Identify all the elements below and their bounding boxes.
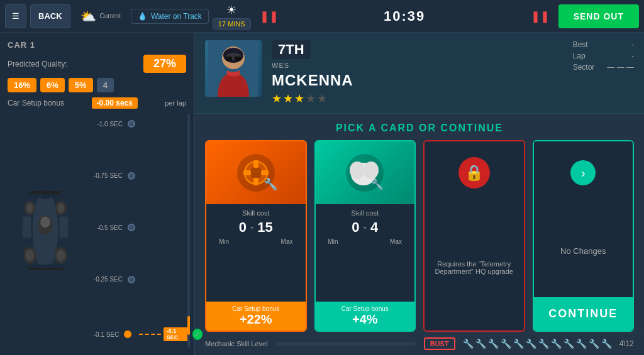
sector-row: Sector — — — [573, 63, 634, 72]
chart-label-1: -1.0 SEC [88, 121, 123, 128]
svg-rect-17 [60, 217, 69, 238]
card-2-min-max: Min Max [322, 238, 409, 245]
card-4-continue[interactable]: › No Changes CONTINUE [533, 140, 635, 332]
chart-dot-5-active [124, 330, 131, 338]
send-out-button[interactable]: SEND OUT [558, 4, 639, 28]
chart-label-3: -0.5 SEC [88, 224, 123, 231]
star-5: ★ [317, 92, 327, 106]
continue-button[interactable]: CONTINUE [534, 297, 633, 330]
pause-left-icon[interactable]: ❚❚ [255, 7, 284, 26]
card-1-dash: - [250, 222, 253, 233]
driver-header: 7TH WES MCKENNA ★ ★ ★ ★ ★ Best - Lap [195, 33, 644, 114]
chart-dot-2 [128, 172, 135, 180]
card-2-teal[interactable]: 🔧 Skill cost 0 - 4 Min Max C [314, 140, 416, 332]
card-2-bonus-pct: +4% [321, 312, 410, 327]
chart-label-2: -0.75 SEC [88, 172, 123, 179]
lap-row: Lap - [573, 52, 634, 60]
chart-line-3: -0.5 SEC [88, 224, 203, 231]
star-2: ★ [283, 92, 293, 106]
weather-icon: ⛅ [80, 9, 96, 24]
chart-scrollbar-thumb [187, 316, 190, 335]
quality-badge: 27% [143, 55, 186, 73]
wrench-8: 🔧 [551, 339, 562, 349]
engine-icon: 🔧 [231, 148, 281, 198]
wrench-1: 🔧 [463, 339, 474, 349]
pause-right-icon[interactable]: ❚❚ [526, 7, 555, 26]
cards-row: 🔧 Skill cost 0 - 15 Min Max [195, 140, 644, 332]
menu-button[interactable]: ☰ [5, 4, 26, 28]
wrench-11: 🔧 [589, 339, 599, 349]
mins-badge: 17 MINS [213, 18, 251, 30]
card-2-bonus-desc: Car Setup bonus [321, 305, 410, 312]
svg-point-35 [350, 161, 365, 179]
sector-val: — — — [607, 63, 634, 72]
chart-line-1: -1.0 SEC [88, 120, 203, 128]
back-button[interactable]: BACK [30, 4, 70, 28]
card-1-bonus: Car Setup bonus +22% [206, 302, 306, 330]
svg-rect-7 [28, 268, 63, 270]
card-1-orange[interactable]: 🔧 Skill cost 0 - 15 Min Max [205, 140, 307, 332]
card-1-skill-max: 15 [257, 219, 272, 236]
card-1-body: Skill cost 0 - 15 Min Max [206, 204, 306, 302]
chart-line-5: -0.1 SEC -0.1 SEC ✓ [88, 327, 203, 341]
svg-point-3 [40, 217, 50, 228]
card-2-skill-range: 0 - 4 [322, 219, 409, 236]
best-label: Best [573, 40, 588, 49]
card-1-max-label: Max [281, 238, 293, 245]
card-2-skill-min: 0 [352, 219, 359, 236]
chart-label-4: -0.25 SEC [88, 276, 123, 283]
water-info: 💧 Water on Track [131, 9, 209, 24]
card-1-min-max: Min Max [213, 238, 299, 245]
chart-dot-1 [128, 120, 135, 128]
card-1-skill-min: 0 [239, 219, 247, 236]
svg-point-36 [364, 161, 379, 179]
stat-badge-2: 6% [40, 78, 65, 92]
weather-current-label: Current [100, 13, 121, 19]
car-setup-chart: -1.0 SEC -0.75 SEC -0.5 SEC -0.25 SEC -0… [8, 114, 186, 347]
card-1-min-label: Min [219, 238, 229, 245]
card-4-image: › [534, 141, 633, 204]
mechanic-skill-bar [275, 342, 416, 346]
back-label: BACK [38, 11, 62, 21]
best-val: - [631, 40, 634, 49]
driver-photo [205, 40, 262, 97]
star-4: ★ [306, 92, 316, 106]
svg-point-13 [26, 249, 35, 261]
stat-badge-3: 5% [69, 78, 93, 92]
weather-info: ⛅ Current [74, 6, 127, 26]
car-title: CAR 1 [8, 40, 186, 50]
water-label: Water on Track [151, 12, 202, 21]
chart-dot-4 [128, 276, 135, 283]
water-icon: 💧 [138, 12, 147, 21]
pick-prompt: PICK A CARD OR [336, 123, 441, 133]
star-3: ★ [294, 92, 304, 106]
driver-position: 7TH [272, 40, 311, 59]
svg-text:🔧: 🔧 [264, 177, 278, 191]
wrench-10: 🔧 [576, 339, 587, 349]
card-2-max-label: Max [390, 238, 402, 245]
svg-rect-5 [30, 191, 61, 194]
wrench-6: 🔧 [526, 339, 536, 349]
driver-stars: ★ ★ ★ ★ ★ [272, 92, 353, 106]
lap-val: - [631, 52, 634, 60]
driver-info: 7TH WES MCKENNA ★ ★ ★ ★ ★ [272, 40, 353, 106]
card-2-skill-label: Skill cost [322, 209, 409, 217]
pick-header: PICK A CARD OR CONTINUE [195, 114, 644, 140]
main-content: CAR 1 Predicted Quality: 27% 16% 6% 5% 4… [0, 33, 644, 355]
wrench-5: 🔧 [513, 339, 524, 349]
predicted-label: Predicted Quality: [8, 60, 67, 68]
svg-text:🔧: 🔧 [371, 178, 384, 190]
arrow-right-icon: › [570, 160, 596, 185]
card-1-bonus-desc: Car Setup bonus [211, 305, 301, 312]
card-2-min-label: Min [328, 238, 338, 245]
pick-continue-label: CONTINUE [441, 123, 504, 133]
card-3-image: 🔒 [425, 141, 524, 204]
svg-rect-16 [23, 217, 31, 238]
card-3-locked[interactable]: 🔒 Requires the "Telemetry Department" HQ… [423, 140, 525, 332]
card-2-body: Skill cost 0 - 4 Min Max [316, 204, 415, 302]
driver-team: WES [272, 62, 353, 69]
setup-bonus-row: Car Setup bonus -0.00 secs per lap [8, 97, 186, 109]
left-panel: CAR 1 Predicted Quality: 27% 16% 6% 5% 4… [0, 33, 195, 355]
stat-badge-1: 16% [8, 78, 36, 92]
chart-dot-3 [128, 224, 135, 231]
